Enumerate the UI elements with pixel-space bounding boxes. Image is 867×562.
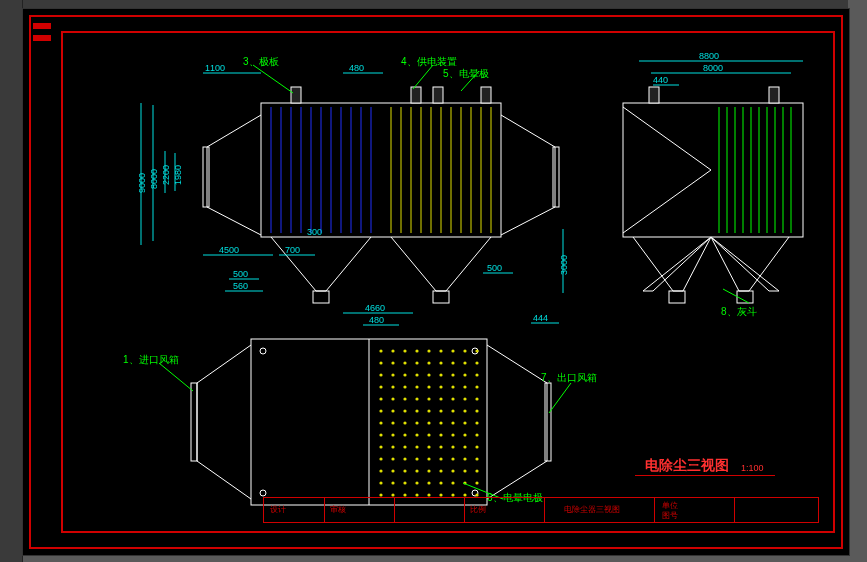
ruler-vertical[interactable] <box>0 0 23 562</box>
dim-3000: 3000 <box>559 255 569 275</box>
dim-2200: 2200 <box>161 165 171 185</box>
dim-500b: 500 <box>487 263 502 273</box>
dim-480b: 480 <box>369 315 384 325</box>
dim-500a: 500 <box>233 269 248 279</box>
dim-8800: 8800 <box>699 51 719 61</box>
drawing-canvas[interactable]: 3、极板 4、供电装置 5、电晕极 1、进口风箱 7、出口风箱 6、电晕电极 8… <box>22 8 850 556</box>
drawing-scale: 1:100 <box>741 463 764 473</box>
tb-title: 电除尘器三视图 <box>564 504 620 515</box>
frame-tick <box>33 23 51 29</box>
title-underline <box>635 475 775 476</box>
dim-8000v: 8000 <box>149 169 159 189</box>
dim-444: 444 <box>533 313 548 323</box>
dim-4500: 4500 <box>219 245 239 255</box>
dim-300: 300 <box>307 227 322 237</box>
callout-3: 3、极板 <box>243 55 279 69</box>
drawing-title: 电除尘三视图 <box>645 457 729 475</box>
tb-f1: 设计 <box>270 504 286 515</box>
tb-f3: 比例 <box>470 504 486 515</box>
dim-9000: 9000 <box>137 173 147 193</box>
callout-1: 1、进口风箱 <box>123 353 179 367</box>
sheet-frame-inner: 3、极板 4、供电装置 5、电晕极 1、进口风箱 7、出口风箱 6、电晕电极 8… <box>61 31 835 533</box>
callout-7: 7、出口风箱 <box>541 371 597 385</box>
dim-480: 480 <box>349 63 364 73</box>
frame-tick <box>33 35 51 41</box>
dim-700: 700 <box>285 245 300 255</box>
dim-440: 440 <box>653 75 668 85</box>
dim-8000: 8000 <box>703 63 723 73</box>
cad-window: 3、极板 4、供电装置 5、电晕极 1、进口风箱 7、出口风箱 6、电晕电极 8… <box>0 0 867 562</box>
callout-8: 8、灰斗 <box>721 305 757 319</box>
title-block: 设计 审核 比例 电除尘器三视图 单位 图号 <box>263 497 819 523</box>
tb-f2: 审核 <box>330 504 346 515</box>
dim-1980: 1980 <box>173 165 183 185</box>
tb-f5: 图号 <box>662 510 678 521</box>
dim-1100: 1100 <box>205 63 225 73</box>
dim-560: 560 <box>233 281 248 291</box>
dim-4660: 4660 <box>365 303 385 313</box>
callout-5: 5、电晕极 <box>443 67 489 81</box>
